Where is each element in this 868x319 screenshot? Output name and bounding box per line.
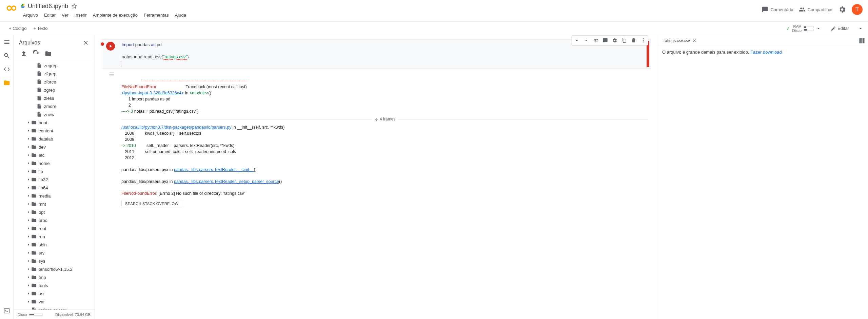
menubar: Arquivo Editar Ver Inserir Ambiente de e… xyxy=(20,11,762,19)
pencil-icon xyxy=(831,26,836,31)
caret-down-icon xyxy=(816,26,821,31)
comment-label: Comentário xyxy=(770,7,793,12)
header-left: Untitled6.ipynb Arquivo Editar Ver Inser… xyxy=(20,0,762,19)
toolbar-left: + Código + Texto xyxy=(5,24,51,32)
ram-bars xyxy=(804,26,814,31)
avatar-initial: T xyxy=(855,6,859,13)
menu-arquivo[interactable]: Arquivo xyxy=(20,12,41,18)
ram-disk-indicator[interactable]: ✓ RAM Disco xyxy=(783,23,824,34)
collapse-button[interactable] xyxy=(856,24,865,33)
ram-labels: RAM Disco xyxy=(792,24,802,33)
edit-label: Editar xyxy=(837,26,849,31)
svg-point-0 xyxy=(7,6,11,10)
toolbar-right: ✓ RAM Disco Editar xyxy=(783,23,865,34)
menu-ajuda[interactable]: Ajuda xyxy=(172,12,189,18)
share-button[interactable]: Compartilhar xyxy=(799,6,833,13)
comment-icon xyxy=(762,6,768,13)
comment-button[interactable]: Comentário xyxy=(762,6,793,13)
add-text-button[interactable]: + Texto xyxy=(30,24,51,32)
document-title[interactable]: Untitled6.ipynb xyxy=(28,3,68,10)
share-icon xyxy=(799,6,806,13)
share-label: Compartilhar xyxy=(808,7,833,12)
header-right: Comentário Compartilhar T xyxy=(762,4,863,15)
drive-icon xyxy=(20,3,26,9)
colab-logo[interactable] xyxy=(5,2,18,14)
menu-inserir[interactable]: Inserir xyxy=(72,12,90,18)
disk-label: Disco xyxy=(792,29,802,33)
title-row: Untitled6.ipynb xyxy=(20,1,762,11)
gear-icon[interactable] xyxy=(838,5,846,14)
star-icon[interactable] xyxy=(71,3,78,10)
menu-ver[interactable]: Ver xyxy=(59,12,71,18)
menu-runtime[interactable]: Ambiente de execução xyxy=(90,12,140,18)
ram-label: RAM xyxy=(792,24,802,29)
status-ok-icon: ✓ xyxy=(786,25,790,32)
avatar[interactable]: T xyxy=(852,4,863,15)
menu-editar[interactable]: Editar xyxy=(41,12,58,18)
svg-point-1 xyxy=(12,6,16,10)
toolbar: + Código + Texto ✓ RAM Disco Editar xyxy=(0,22,868,35)
edit-button[interactable]: Editar xyxy=(827,24,853,33)
add-code-button[interactable]: + Código xyxy=(5,24,30,32)
menu-ferramentas[interactable]: Ferramentas xyxy=(141,12,172,18)
header: Untitled6.ipynb Arquivo Editar Ver Inser… xyxy=(0,0,868,22)
